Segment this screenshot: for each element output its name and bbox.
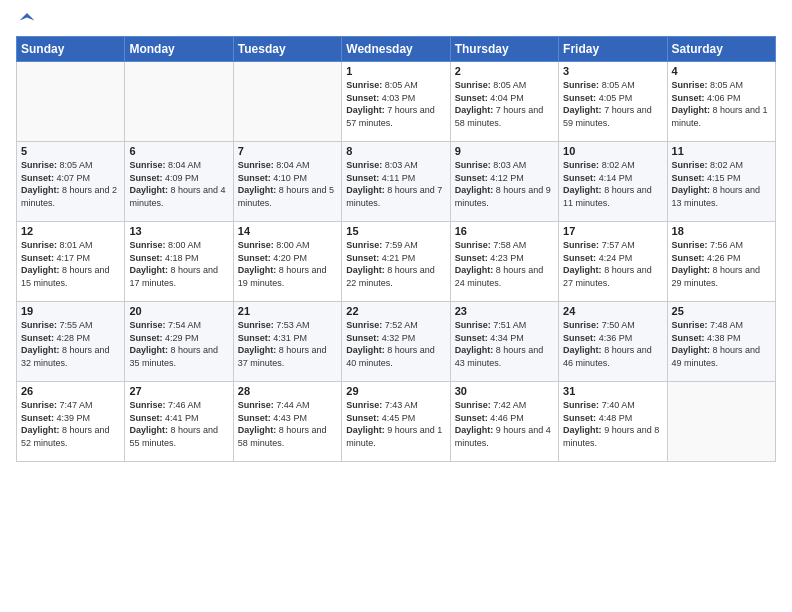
day-info: Sunrise: 7:55 AMSunset: 4:28 PMDaylight:…	[21, 319, 120, 369]
day-info-line: Daylight: 8 hours and 58 minutes.	[238, 425, 327, 448]
day-info-line: Daylight: 8 hours and 32 minutes.	[21, 345, 110, 368]
day-number: 13	[129, 225, 228, 237]
day-info-line: Sunrise: 7:40 AM	[563, 400, 635, 410]
day-info: Sunrise: 8:05 AMSunset: 4:05 PMDaylight:…	[563, 79, 662, 129]
day-info-line: Sunset: 4:12 PM	[455, 173, 524, 183]
calendar-cell: 29Sunrise: 7:43 AMSunset: 4:45 PMDayligh…	[342, 382, 450, 462]
calendar-cell: 16Sunrise: 7:58 AMSunset: 4:23 PMDayligh…	[450, 222, 558, 302]
day-info-line: Sunrise: 8:00 AM	[129, 240, 201, 250]
calendar-cell: 15Sunrise: 7:59 AMSunset: 4:21 PMDayligh…	[342, 222, 450, 302]
calendar-cell: 7Sunrise: 8:04 AMSunset: 4:10 PMDaylight…	[233, 142, 341, 222]
day-info: Sunrise: 8:05 AMSunset: 4:04 PMDaylight:…	[455, 79, 554, 129]
day-info-line: Sunrise: 8:05 AM	[563, 80, 635, 90]
day-info-line: Daylight: 8 hours and 29 minutes.	[672, 265, 761, 288]
day-number: 23	[455, 305, 554, 317]
day-info-line: Sunrise: 7:59 AM	[346, 240, 418, 250]
weekday-header-thursday: Thursday	[450, 37, 558, 62]
day-info: Sunrise: 7:44 AMSunset: 4:43 PMDaylight:…	[238, 399, 337, 449]
day-number: 27	[129, 385, 228, 397]
day-info-line: Daylight: 8 hours and 13 minutes.	[672, 185, 761, 208]
day-info-line: Sunrise: 8:05 AM	[455, 80, 527, 90]
logo-icon	[18, 10, 36, 28]
day-info-line: Sunset: 4:32 PM	[346, 333, 415, 343]
day-info-line: Sunset: 4:17 PM	[21, 253, 90, 263]
day-info-line: Daylight: 7 hours and 58 minutes.	[455, 105, 544, 128]
calendar-cell: 12Sunrise: 8:01 AMSunset: 4:17 PMDayligh…	[17, 222, 125, 302]
day-info-line: Sunrise: 7:42 AM	[455, 400, 527, 410]
calendar-cell	[233, 62, 341, 142]
day-info-line: Sunset: 4:36 PM	[563, 333, 632, 343]
day-info-line: Sunrise: 7:50 AM	[563, 320, 635, 330]
day-info: Sunrise: 8:01 AMSunset: 4:17 PMDaylight:…	[21, 239, 120, 289]
calendar-cell: 25Sunrise: 7:48 AMSunset: 4:38 PMDayligh…	[667, 302, 775, 382]
day-number: 6	[129, 145, 228, 157]
calendar-cell: 11Sunrise: 8:02 AMSunset: 4:15 PMDayligh…	[667, 142, 775, 222]
day-info-line: Sunrise: 7:57 AM	[563, 240, 635, 250]
day-info: Sunrise: 7:42 AMSunset: 4:46 PMDaylight:…	[455, 399, 554, 449]
day-info-line: Sunrise: 7:52 AM	[346, 320, 418, 330]
day-info-line: Daylight: 8 hours and 52 minutes.	[21, 425, 110, 448]
day-number: 30	[455, 385, 554, 397]
day-info-line: Sunset: 4:14 PM	[563, 173, 632, 183]
calendar-week-4: 19Sunrise: 7:55 AMSunset: 4:28 PMDayligh…	[17, 302, 776, 382]
day-number: 16	[455, 225, 554, 237]
calendar-cell: 30Sunrise: 7:42 AMSunset: 4:46 PMDayligh…	[450, 382, 558, 462]
day-info-line: Sunset: 4:18 PM	[129, 253, 198, 263]
weekday-header-wednesday: Wednesday	[342, 37, 450, 62]
day-info: Sunrise: 8:00 AMSunset: 4:20 PMDaylight:…	[238, 239, 337, 289]
calendar-cell: 19Sunrise: 7:55 AMSunset: 4:28 PMDayligh…	[17, 302, 125, 382]
day-info-line: Sunset: 4:07 PM	[21, 173, 90, 183]
day-info-line: Sunset: 4:03 PM	[346, 93, 415, 103]
day-info-line: Daylight: 7 hours and 57 minutes.	[346, 105, 435, 128]
day-info: Sunrise: 7:47 AMSunset: 4:39 PMDaylight:…	[21, 399, 120, 449]
day-info-line: Sunset: 4:34 PM	[455, 333, 524, 343]
day-info-line: Sunrise: 7:43 AM	[346, 400, 418, 410]
day-info: Sunrise: 7:40 AMSunset: 4:48 PMDaylight:…	[563, 399, 662, 449]
header	[16, 10, 776, 28]
day-info-line: Daylight: 7 hours and 59 minutes.	[563, 105, 652, 128]
day-info-line: Daylight: 9 hours and 4 minutes.	[455, 425, 551, 448]
day-number: 2	[455, 65, 554, 77]
day-info-line: Daylight: 8 hours and 15 minutes.	[21, 265, 110, 288]
day-info-line: Sunrise: 7:48 AM	[672, 320, 744, 330]
day-info-line: Sunrise: 8:00 AM	[238, 240, 310, 250]
day-info: Sunrise: 8:02 AMSunset: 4:14 PMDaylight:…	[563, 159, 662, 209]
day-info-line: Sunset: 4:10 PM	[238, 173, 307, 183]
day-info-line: Sunrise: 7:56 AM	[672, 240, 744, 250]
day-info-line: Sunrise: 8:02 AM	[672, 160, 744, 170]
day-info-line: Sunset: 4:21 PM	[346, 253, 415, 263]
calendar-week-1: 1Sunrise: 8:05 AMSunset: 4:03 PMDaylight…	[17, 62, 776, 142]
day-info-line: Sunset: 4:48 PM	[563, 413, 632, 423]
day-info-line: Sunset: 4:15 PM	[672, 173, 741, 183]
day-info-line: Sunrise: 7:58 AM	[455, 240, 527, 250]
day-info: Sunrise: 7:51 AMSunset: 4:34 PMDaylight:…	[455, 319, 554, 369]
day-info-line: Sunrise: 7:44 AM	[238, 400, 310, 410]
calendar-table: SundayMondayTuesdayWednesdayThursdayFrid…	[16, 36, 776, 462]
day-info-line: Sunset: 4:26 PM	[672, 253, 741, 263]
day-number: 8	[346, 145, 445, 157]
day-info-line: Sunset: 4:09 PM	[129, 173, 198, 183]
day-info-line: Sunset: 4:20 PM	[238, 253, 307, 263]
weekday-header-saturday: Saturday	[667, 37, 775, 62]
day-number: 22	[346, 305, 445, 317]
calendar-cell: 4Sunrise: 8:05 AMSunset: 4:06 PMDaylight…	[667, 62, 775, 142]
day-number: 12	[21, 225, 120, 237]
day-info-line: Sunrise: 7:53 AM	[238, 320, 310, 330]
day-number: 10	[563, 145, 662, 157]
day-info-line: Sunrise: 8:03 AM	[346, 160, 418, 170]
calendar-cell: 1Sunrise: 8:05 AMSunset: 4:03 PMDaylight…	[342, 62, 450, 142]
day-info-line: Daylight: 9 hours and 1 minute.	[346, 425, 442, 448]
calendar-cell	[17, 62, 125, 142]
day-info-line: Sunset: 4:39 PM	[21, 413, 90, 423]
day-info-line: Sunrise: 7:47 AM	[21, 400, 93, 410]
day-info-line: Daylight: 8 hours and 46 minutes.	[563, 345, 652, 368]
day-number: 9	[455, 145, 554, 157]
day-number: 5	[21, 145, 120, 157]
day-info-line: Daylight: 8 hours and 11 minutes.	[563, 185, 652, 208]
day-info-line: Daylight: 8 hours and 2 minutes.	[21, 185, 117, 208]
day-info-line: Daylight: 8 hours and 4 minutes.	[129, 185, 225, 208]
day-info-line: Sunrise: 8:04 AM	[238, 160, 310, 170]
day-info-line: Sunset: 4:11 PM	[346, 173, 415, 183]
day-info: Sunrise: 8:04 AMSunset: 4:09 PMDaylight:…	[129, 159, 228, 209]
calendar-cell: 18Sunrise: 7:56 AMSunset: 4:26 PMDayligh…	[667, 222, 775, 302]
